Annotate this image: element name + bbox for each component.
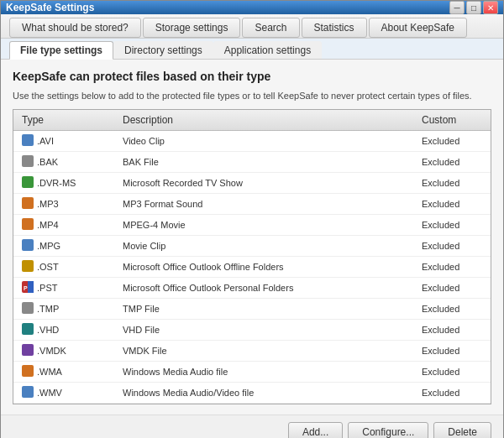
svg-rect-3	[22, 134, 34, 146]
col-type: Type	[18, 112, 119, 128]
cell-status: Excluded	[418, 365, 486, 378]
cell-description: VMDK File	[119, 344, 418, 357]
cell-status: Excluded	[418, 239, 486, 253]
file-type-label: .TMP	[37, 304, 59, 314]
main-window: KeepSafe Settings ─ □ ✕ KEEPSAFE™ What s…	[0, 0, 504, 438]
file-type-label: .WMA	[37, 367, 62, 377]
cell-type: .MP4	[18, 216, 119, 233]
col-custom: Custom	[418, 112, 486, 128]
table-row[interactable]: .VMDK VMDK File Excluded	[13, 341, 491, 362]
configure-button[interactable]: Configure...	[348, 422, 428, 438]
content-title: KeepSafe can protect files based on thei…	[13, 70, 491, 83]
file-type-label: .VMDK	[37, 346, 66, 356]
file-type-label: .WMV	[37, 388, 62, 398]
cell-description: MPEG-4 Movie	[119, 218, 418, 232]
cell-type: .AVI	[18, 133, 119, 149]
cell-description: VHD File	[119, 323, 418, 336]
table-header: Type Description Custom	[13, 110, 491, 131]
add-button[interactable]: Add...	[288, 422, 343, 438]
cell-description: Microsoft Office Outlook Personal Folder…	[119, 281, 418, 295]
cell-type: .OST	[18, 258, 119, 275]
tab-what[interactable]: What should be stored?	[9, 18, 141, 38]
tab-storage[interactable]: Storage settings	[143, 18, 241, 38]
cell-type: P .PST	[18, 279, 119, 296]
close-button[interactable]: ✕	[483, 1, 498, 14]
file-type-label: .BAK	[37, 157, 58, 167]
svg-rect-4	[22, 155, 34, 167]
table-row[interactable]: .MP3 MP3 Format Sound Excluded	[13, 194, 491, 215]
table-row[interactable]: .MP4 MPEG-4 Movie Excluded	[13, 215, 491, 236]
table-row[interactable]: .MPG Movie Clip Excluded	[13, 236, 491, 257]
svg-rect-6	[22, 197, 34, 209]
table-body: .AVI Video Clip Excluded .BAK BAK File E…	[13, 131, 491, 404]
file-type-icon	[22, 386, 34, 399]
table-row[interactable]: .WMV Windows Media Audio/Video file Excl…	[13, 383, 491, 404]
table-row[interactable]: .AVI Video Clip Excluded	[13, 131, 491, 152]
file-type-label: .AVI	[37, 136, 54, 146]
cell-type: .WMV	[18, 384, 119, 401]
file-type-label: .OST	[37, 262, 59, 272]
content-description: Use the settings below to add to the pro…	[13, 90, 491, 102]
main-nav: What should be stored? Storage settings …	[1, 14, 503, 39]
table-row[interactable]: .WMA Windows Media Audio file Excluded	[13, 362, 491, 383]
table-row[interactable]: .TMP TMP File Excluded	[13, 299, 491, 320]
file-type-label: .MP3	[37, 199, 59, 209]
cell-description: TMP File	[119, 302, 418, 315]
window-controls: ─ □ ✕	[449, 1, 498, 14]
footer: Add... Configure... Delete	[1, 415, 503, 438]
sub-nav: File type settings Directory settings Ap…	[1, 39, 503, 60]
table-row[interactable]: .VHD VHD File Excluded	[13, 320, 491, 341]
cell-type: .VHD	[18, 321, 119, 338]
cell-status: Excluded	[418, 218, 486, 232]
col-description: Description	[119, 112, 418, 128]
cell-type: .VMDK	[18, 342, 119, 359]
file-type-icon	[22, 344, 34, 357]
file-type-icon: P	[22, 281, 34, 295]
tab-statistics[interactable]: Statistics	[302, 18, 367, 38]
file-type-icon	[22, 155, 34, 169]
file-type-icon	[22, 218, 34, 232]
file-type-label: .MP4	[37, 220, 59, 230]
cell-description: Windows Media Audio file	[119, 365, 418, 378]
cell-description: Windows Media Audio/Video file	[119, 386, 418, 399]
cell-description: BAK File	[119, 155, 418, 169]
cell-status: Excluded	[418, 302, 486, 315]
content-area: KeepSafe can protect files based on thei…	[1, 60, 503, 415]
table-row[interactable]: P .PST Microsoft Office Outlook Personal…	[13, 278, 491, 299]
cell-status: Excluded	[418, 134, 486, 148]
file-type-icon	[22, 260, 34, 274]
cell-type: .DVR-MS	[18, 175, 119, 191]
table-row[interactable]: .DVR-MS Microsoft Recorded TV Show Exclu…	[13, 173, 491, 194]
file-type-icon	[22, 134, 34, 148]
tab-search[interactable]: Search	[242, 18, 299, 38]
svg-rect-8	[22, 239, 34, 251]
file-type-icon	[22, 365, 34, 378]
cell-description: Movie Clip	[119, 239, 418, 253]
tab-filetype[interactable]: File type settings	[9, 41, 113, 60]
cell-description: Microsoft Recorded TV Show	[119, 176, 418, 190]
delete-button[interactable]: Delete	[433, 422, 491, 438]
table-row[interactable]: .OST Microsoft Office Outlook Offline Fo…	[13, 257, 491, 278]
cell-status: Excluded	[418, 386, 486, 399]
cell-description: Video Clip	[119, 134, 418, 148]
tab-about[interactable]: About KeepSafe	[369, 18, 467, 38]
cell-type: .BAK	[18, 154, 119, 170]
cell-type: .TMP	[18, 300, 119, 317]
svg-rect-14	[22, 323, 34, 335]
file-type-icon	[22, 302, 34, 315]
tab-directory[interactable]: Directory settings	[113, 41, 213, 59]
cell-status: Excluded	[418, 155, 486, 169]
cell-type: .MPG	[18, 237, 119, 254]
maximize-button[interactable]: □	[466, 1, 481, 14]
table-row[interactable]: .BAK BAK File Excluded	[13, 152, 491, 173]
title-bar: KeepSafe Settings ─ □ ✕	[1, 1, 503, 14]
cell-description: MP3 Format Sound	[119, 197, 418, 211]
cell-type: .MP3	[18, 196, 119, 212]
svg-text:P: P	[24, 285, 28, 291]
svg-rect-5	[22, 176, 34, 188]
minimize-button[interactable]: ─	[449, 1, 465, 14]
file-types-table: Type Description Custom .AVI Video Clip …	[13, 109, 491, 404]
tab-application[interactable]: Application settings	[213, 41, 322, 59]
cell-description: Microsoft Office Outlook Offline Folders	[119, 260, 418, 274]
cell-status: Excluded	[418, 344, 486, 357]
